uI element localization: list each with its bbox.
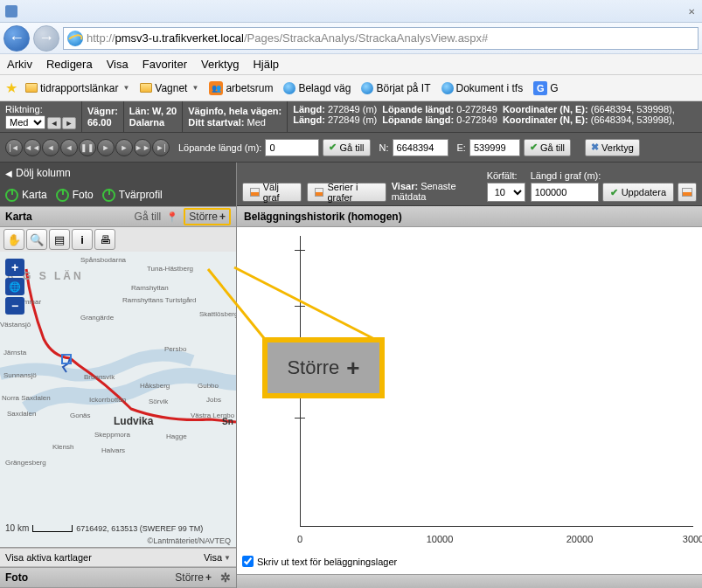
menu-visa[interactable]: Visa (107, 58, 129, 71)
x-tick-label: 3000 (683, 534, 702, 544)
langd-graf-input[interactable] (531, 183, 599, 202)
x-tick-label: 20000 (566, 534, 594, 544)
svg-text:Skattlösberg: Skattlösberg (199, 310, 236, 318)
lan-label: Län: W, 20 (129, 106, 177, 116)
menu-arkiv[interactable]: Arkiv (7, 58, 32, 71)
menu-favoriter[interactable]: Favoriter (142, 58, 187, 71)
riktning-select[interactable]: Med (5, 115, 45, 129)
map-view[interactable]: R G S LÄN Spånsbodarna Tuna-Hästberg Nyh… (0, 252, 236, 548)
forward-fast-button[interactable]: ►► (134, 139, 151, 156)
fav-vagnet[interactable]: Vagnet▼ (137, 80, 201, 96)
x-tick-label: 0 (297, 534, 302, 544)
svg-text:Gubbo: Gubbo (198, 382, 219, 390)
riktning-next-button[interactable]: ► (62, 117, 76, 129)
forward-button[interactable]: → (33, 25, 59, 52)
menu-hjalp[interactable]: Hjälp (253, 58, 279, 71)
svg-text:Ramshyttans Turistgård: Ramshyttans Turistgård (122, 296, 196, 304)
fav-belagd[interactable]: Belagd väg (281, 80, 353, 96)
pin-icon[interactable]: 📍 (166, 211, 178, 223)
zoom-extent-button[interactable]: 🌐 (5, 278, 24, 295)
skip-end-button[interactable]: ►| (152, 139, 170, 156)
svg-text:Ludvika: Ludvika (114, 415, 154, 427)
layers-tool-button[interactable]: ▤ (49, 229, 70, 250)
toggle-karta[interactable]: Karta (5, 189, 47, 202)
svg-text:Brunnsvik: Brunnsvik (84, 373, 115, 381)
riktning-label: Riktning: (5, 104, 76, 114)
vagnr-cell: Vägnr: 66.00 (82, 101, 124, 132)
chart-footer (237, 574, 702, 588)
karta-gatill-button[interactable]: Gå till (135, 211, 162, 223)
fav-dokument[interactable]: Dokument i tfs (439, 80, 526, 96)
pause-button[interactable]: ❚❚ (79, 139, 96, 156)
rewind-fast-button[interactable]: ◄◄ (24, 139, 41, 156)
hide-column-row[interactable]: ◀ Dölj kolumn (0, 163, 236, 183)
people-icon: 👥 (209, 81, 223, 95)
korfalt-label: Körfält: (487, 170, 525, 181)
map-zoom-control: + 🌐 − (5, 259, 24, 315)
riktning-prev-button[interactable]: ◄ (47, 117, 61, 129)
forward-button[interactable]: ► (115, 139, 133, 156)
chart-area[interactable]: 0 10000 20000 3000 Skriv ut text för bel… (237, 227, 702, 574)
toggle-tvarprofil[interactable]: Tvärprofil (102, 189, 163, 202)
svg-text:Håksberg: Håksberg (140, 382, 170, 390)
left-column: ◀ Dölj kolumn Karta Foto Tvärprofil Kart… (0, 163, 236, 588)
plus-icon: + (346, 355, 359, 382)
chart-icon (682, 188, 692, 197)
rewind-button[interactable]: ◄ (42, 139, 59, 156)
graph-options-button[interactable] (678, 183, 697, 202)
menu-verktyg[interactable]: Verktyg (201, 58, 239, 71)
svg-text:Klensh: Klensh (52, 443, 73, 451)
fav-borjat[interactable]: Börjat på IT (358, 80, 433, 96)
menu-redigera[interactable]: Redigera (46, 58, 93, 71)
karta-title: Karta (5, 211, 32, 223)
valj-graf-button[interactable]: Välj graf (242, 183, 302, 202)
toggle-foto[interactable]: Foto (56, 189, 94, 202)
uppdatera-button[interactable]: ✔Uppdatera (602, 183, 674, 202)
svg-text:Halvars: Halvars (101, 446, 125, 454)
tools-icon: ✖ (591, 142, 599, 153)
zoom-tool-button[interactable]: 🔍 (26, 229, 47, 250)
layers-label: Visa aktiva kartlager (5, 552, 92, 563)
n-input[interactable] (393, 139, 448, 156)
ie-icon (441, 82, 454, 94)
fav-google[interactable]: GG (531, 80, 560, 97)
foto-storre-button[interactable]: Större + (171, 571, 215, 585)
fav-arbetsrum[interactable]: 👥arbetsrum (206, 80, 275, 97)
fav-tidrapport[interactable]: tidrapportslänkar▼ (23, 80, 132, 96)
play-back-button[interactable]: ◄ (60, 139, 78, 156)
skip-start-button[interactable]: |◄ (5, 139, 23, 156)
active-layers-row[interactable]: Visa aktiva kartlager Visa ▼ (0, 548, 236, 567)
serier-button[interactable]: Serier i grafer (307, 183, 386, 202)
karta-storre-button[interactable]: Större + (184, 208, 231, 225)
vagnr-label: Vägnr: (87, 106, 118, 116)
ie-logo-icon (67, 31, 83, 46)
hide-column-label: Dölj kolumn (16, 167, 71, 179)
print-text-checkbox[interactable] (242, 556, 254, 567)
pan-tool-button[interactable]: ✋ (3, 229, 24, 250)
korfalt-select[interactable]: 10 (487, 183, 525, 202)
address-bar[interactable]: http://pmsv3-u.trafikverket.local/Pages/… (63, 27, 699, 50)
zoom-in-button[interactable]: + (5, 259, 24, 276)
chevron-left-icon: ◀ (5, 169, 12, 178)
ga-till-coord-button[interactable]: ✔Gå till (524, 139, 571, 156)
favorites-bar: ★ tidrapportslänkar▼ Vagnet▼ 👥arbetsrum … (0, 75, 702, 101)
svg-text:Västansjö: Västansjö (0, 321, 31, 329)
svg-text:Järnsta: Järnsta (3, 349, 27, 356)
ga-till-lopande-button[interactable]: ✔Gå till (323, 139, 370, 156)
print-tool-button[interactable]: 🖶 (94, 229, 115, 250)
back-button[interactable]: ← (3, 25, 30, 52)
gear-icon[interactable]: ✲ (220, 571, 231, 585)
svg-text:Grangärde: Grangärde (80, 314, 115, 322)
svg-text:Ickorrbotten: Ickorrbotten (89, 396, 126, 404)
chevron-down-icon: ▼ (191, 84, 198, 92)
e-input[interactable] (469, 139, 520, 156)
svg-text:Ramshyttan: Ramshyttan (131, 284, 169, 292)
play-button[interactable]: ► (97, 139, 115, 156)
verktyg-button[interactable]: ✖Verktyg (585, 139, 640, 156)
zoom-out-button[interactable]: − (5, 297, 24, 315)
tab-close-icon[interactable]: ✕ (688, 7, 697, 16)
playback-bar: |◄ ◄◄ ◄ ◄ ❚❚ ► ► ►► ►| Löpande längd (m)… (0, 133, 702, 163)
favorites-star-icon[interactable]: ★ (5, 80, 17, 96)
info-tool-button[interactable]: i (72, 229, 93, 250)
lopande-input[interactable] (265, 139, 319, 156)
